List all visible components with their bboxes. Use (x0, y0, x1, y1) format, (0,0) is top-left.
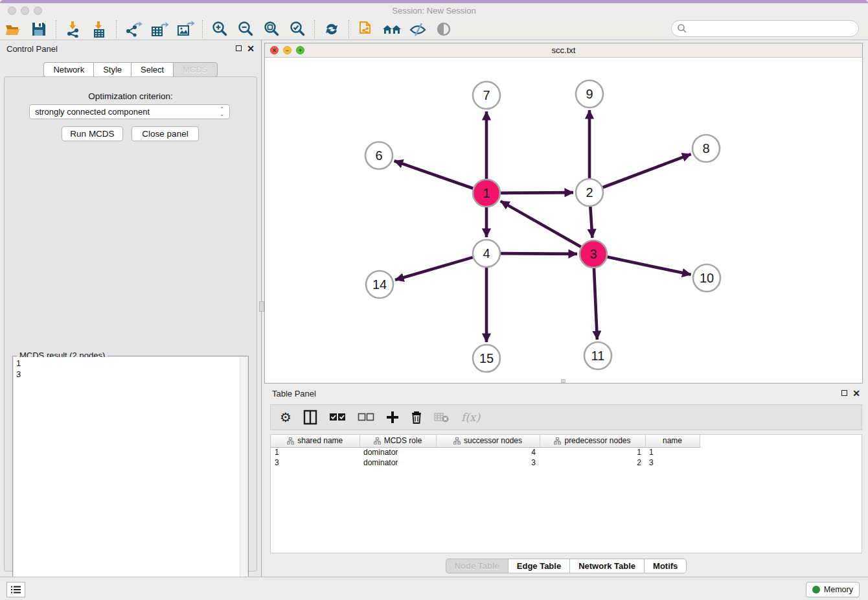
graph-node-3[interactable]: 3 (580, 240, 607, 268)
select-stepper-icon: ⌃⌄ (220, 107, 224, 117)
graph-edge-3-11[interactable] (594, 268, 597, 340)
table-cell[interactable]: 3 (436, 457, 540, 468)
table-cell[interactable]: 3 (271, 457, 360, 468)
network-maximize-icon[interactable]: + (296, 46, 304, 54)
import-network-icon[interactable] (63, 20, 83, 38)
run-mcds-button[interactable]: Run MCDS (62, 126, 123, 141)
search-icon (677, 23, 687, 34)
zoom-selected-icon[interactable] (288, 20, 307, 38)
tab-network[interactable]: Network (43, 62, 93, 77)
graph-edge-1-6[interactable] (394, 161, 474, 188)
column-header-predecessor-nodes[interactable]: predecessor nodes (540, 435, 645, 447)
graph-node-9[interactable]: 9 (576, 80, 603, 108)
network-close-icon[interactable]: ✕ (270, 46, 279, 54)
graph-node-6[interactable]: 6 (365, 142, 393, 169)
float-table-panel-icon[interactable] (841, 389, 847, 397)
table-cell[interactable]: 1 (271, 447, 360, 457)
zoom-out-icon[interactable] (236, 20, 255, 38)
table-row[interactable]: 1dominator411 (271, 447, 700, 457)
tab-style[interactable]: Style (93, 62, 131, 77)
graph-node-14[interactable]: 14 (366, 271, 393, 298)
mcds-result-text[interactable]: 1 3 (14, 357, 240, 595)
graph-edge-3-1[interactable] (501, 201, 581, 247)
column-header-name[interactable]: name (645, 435, 700, 447)
network-minimize-icon[interactable]: − (283, 46, 291, 54)
export-table-icon[interactable] (150, 20, 169, 38)
splitter-handle[interactable] (259, 301, 264, 312)
refresh-layout-icon[interactable] (322, 20, 341, 38)
tab-motifs[interactable]: Motifs (644, 559, 687, 573)
graph-node-15[interactable]: 15 (473, 345, 500, 372)
graph-node-11[interactable]: 11 (584, 342, 611, 369)
window-resize-handle[interactable] (561, 379, 565, 383)
float-panel-icon[interactable] (236, 45, 242, 52)
graph-edge-2-8[interactable] (603, 154, 691, 187)
select-all-icon[interactable] (329, 409, 346, 426)
table-cell[interactable]: dominator (360, 447, 436, 457)
duplicate-network-icon[interactable] (356, 20, 376, 38)
separator (348, 20, 349, 38)
table-cell[interactable]: 2 (540, 457, 645, 468)
close-table-panel-icon[interactable]: ✕ (852, 389, 860, 398)
tab-node-table[interactable]: Node Table (446, 559, 508, 573)
add-column-icon[interactable] (386, 409, 399, 426)
table-cell[interactable]: dominator (360, 457, 436, 468)
node-table-grid: shared nameMCDS rolesuccessor nodesprede… (271, 435, 700, 468)
column-header-MCDS-role[interactable]: MCDS role (360, 435, 436, 447)
zoom-in-icon[interactable] (210, 20, 229, 38)
network-canvas[interactable]: 7968124314101511 (265, 58, 862, 383)
delete-table-icon[interactable] (434, 409, 450, 426)
graph-node-8[interactable]: 8 (692, 135, 720, 162)
search-box[interactable] (671, 20, 859, 37)
control-panel-title: Control Panel (6, 44, 231, 54)
tab-edge-table[interactable]: Edge Table (508, 559, 569, 573)
graph-node-4[interactable]: 4 (473, 240, 500, 267)
result-scrollbar[interactable] (240, 357, 247, 595)
task-history-button[interactable] (6, 582, 25, 597)
graph-edge-1-2[interactable] (501, 192, 573, 193)
table-header-row: shared nameMCDS rolesuccessor nodesprede… (271, 435, 700, 447)
tab-network-table[interactable]: Network Table (569, 559, 644, 573)
zoom-window-button[interactable] (34, 6, 42, 15)
home-pair-icon[interactable] (382, 20, 402, 38)
separator (56, 20, 56, 38)
close-window-button[interactable] (8, 6, 16, 15)
graph-node-1[interactable]: 1 (473, 179, 500, 207)
show-eye-icon[interactable] (434, 20, 453, 38)
graph-edge-4-3[interactable] (501, 253, 577, 254)
memory-button[interactable]: Memory (806, 582, 860, 597)
close-panel-icon[interactable]: ✕ (247, 44, 255, 53)
close-panel-button[interactable]: Close panel (131, 126, 199, 141)
svg-text:10: 10 (700, 271, 714, 285)
column-layout-icon[interactable] (303, 409, 317, 426)
table-cell[interactable]: 1 (540, 447, 645, 457)
export-network-icon[interactable] (124, 20, 143, 38)
delete-column-icon[interactable] (411, 409, 422, 426)
deselect-all-icon[interactable] (358, 409, 374, 426)
import-table-icon[interactable] (89, 20, 109, 38)
zoom-fit-icon[interactable] (262, 20, 281, 38)
search-input[interactable] (687, 21, 858, 36)
hide-eye-icon[interactable] (408, 20, 428, 38)
criterion-select[interactable]: strongly connected component ⌃⌄ (29, 104, 230, 119)
graph-node-2[interactable]: 2 (576, 179, 603, 206)
column-header-successor-nodes[interactable]: successor nodes (436, 435, 540, 447)
open-session-icon[interactable] (3, 20, 23, 38)
export-image-icon[interactable] (176, 20, 195, 38)
table-cell[interactable]: 4 (436, 447, 540, 457)
column-header-shared-name[interactable]: shared name (271, 435, 360, 447)
graph-edge-2-3[interactable] (590, 207, 592, 238)
table-row[interactable]: 3dominator323 (271, 457, 700, 468)
tab-mcds[interactable]: MCDS (173, 62, 217, 77)
graph-node-7[interactable]: 7 (473, 82, 500, 109)
tab-select[interactable]: Select (131, 62, 173, 77)
graph-edge-3-10[interactable] (608, 257, 691, 275)
graph-node-10[interactable]: 10 (693, 264, 720, 292)
graph-edge-4-14[interactable] (395, 257, 473, 280)
save-session-icon[interactable] (29, 20, 49, 38)
function-builder-icon[interactable]: f(x) (461, 409, 480, 426)
minimize-window-button[interactable] (21, 6, 29, 15)
table-cell[interactable]: 1 (645, 447, 700, 457)
table-cell[interactable]: 3 (645, 457, 700, 468)
gear-icon[interactable]: ⚙ (280, 409, 291, 426)
